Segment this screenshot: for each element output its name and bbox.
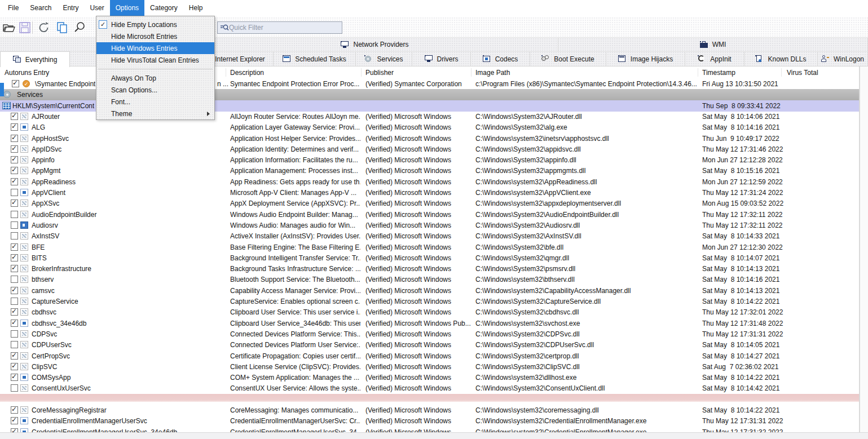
entry-checkbox[interactable]: ✓ [11, 135, 18, 142]
table-row-axinstsv[interactable]: AxInstSVActiveX Installer (AxInstSV): Pr… [0, 230, 859, 242]
entry-checkbox[interactable]: ✓ [11, 352, 18, 360]
menu-item-theme[interactable]: Theme [96, 108, 214, 119]
table-row-redacted[interactable] [0, 394, 859, 405]
menubar-item-entry[interactable]: Entry [57, 0, 84, 17]
table-row-clipsvc[interactable]: ✓ClipSVCClient License Service (ClipSVC)… [0, 361, 859, 373]
entry-checkbox[interactable] [11, 221, 18, 229]
table-row-coremessagingregistrar[interactable]: ✓CoreMessagingRegistrarCoreMessaging: Ma… [0, 405, 859, 416]
menubar-item-options[interactable]: Options [110, 0, 144, 17]
table-row-appmgmt[interactable]: ✓AppMgmtApplication Management: Processe… [0, 165, 859, 176]
entry-checkbox[interactable]: ✓ [11, 308, 18, 316]
entry-checkbox[interactable] [11, 384, 18, 392]
column-header-timestamp[interactable]: Timestamp [702, 69, 735, 77]
entry-checkbox[interactable]: ✓ [11, 123, 18, 131]
copy-button[interactable] [54, 20, 70, 36]
menu-item-scan-options[interactable]: Scan Options... [96, 84, 214, 96]
tab-scheduled-tasks[interactable]: Scheduled Tasks [274, 52, 356, 66]
tab-services[interactable]: Services [356, 52, 412, 66]
entry-checkbox[interactable]: ✓ [11, 363, 18, 370]
table-row-credentialenrollmentmanagerusersvc-34e46db[interactable]: ✓CredentialEnrollmentManagerUserSvc_34e4… [0, 427, 859, 432]
menu-item-font[interactable]: Font... [96, 96, 214, 108]
entry-checkbox[interactable]: ✓ [11, 428, 18, 432]
quick-filter-input[interactable] [229, 24, 342, 32]
entry-checkbox[interactable] [11, 189, 18, 196]
open-file-button[interactable] [1, 20, 17, 36]
column-header-autoruns-entry[interactable]: Autoruns Entry [5, 69, 49, 77]
entry-checkbox[interactable]: ✓ [11, 199, 18, 207]
menu-item-hide-windows-entries[interactable]: Hide Windows Entries [96, 42, 214, 54]
table-row-credentialenrollmentmanagerusersvc[interactable]: ✓CredentialEnrollmentManagerUserSvcCrede… [0, 415, 859, 427]
menubar-item-category[interactable]: Category [144, 0, 183, 17]
entry-checkbox[interactable]: ✓ [11, 254, 18, 261]
tab-boot-execute[interactable]: Boot Execute [530, 52, 606, 66]
menubar-item-search[interactable]: Search [24, 0, 57, 17]
entry-checkbox[interactable]: ✓ [11, 417, 18, 424]
menu-item-hide-microsoft-entries[interactable]: Hide Microsoft Entries [96, 30, 214, 42]
table-row-comsysapp[interactable]: ✓COMSysAppCOM+ System Application: Manag… [0, 372, 859, 383]
table-row-audioendpointbuilder[interactable]: AudioEndpointBuilderWindows Audio Endpoi… [0, 209, 859, 220]
entry-checkbox[interactable] [11, 341, 18, 348]
table-row-cbdhsvc[interactable]: ✓cbdhsvcClipboard User Service: This use… [0, 307, 859, 318]
tab-appinit[interactable]: AppInit [685, 52, 744, 66]
table-row-audiosrv[interactable]: AudiosrvWindows Audio: Manages audio for… [0, 220, 859, 231]
entry-checkbox[interactable] [11, 298, 18, 305]
menu-item-hide-virustotal-clean-entries[interactable]: Hide VirusTotal Clean Entries [96, 54, 214, 66]
table-row-certpropsvc[interactable]: ✓CertPropSvcCertificate Propagation: Cop… [0, 351, 859, 362]
save-button[interactable] [17, 20, 33, 36]
entry-checkbox[interactable]: ✓ [11, 156, 18, 163]
vertical-scrollbar[interactable] [860, 66, 868, 432]
table-row-consentuxusersvc[interactable]: ConsentUxUserSvcConsentUX User Service: … [0, 383, 859, 394]
tab-image-hijacks[interactable]: Image Hijacks [606, 52, 685, 66]
table-row-camsvc[interactable]: ✓camsvcCapability Access Manager Service… [0, 285, 859, 296]
horizontal-scrollbar[interactable] [0, 432, 868, 439]
table-row-bfe[interactable]: ✓BFEBase Filtering Engine: The Base Filt… [0, 242, 859, 253]
entry-checkbox[interactable]: ✓ [11, 265, 18, 272]
table-row-bits[interactable]: ✓BITSBackground Intelligent Transfer Ser… [0, 252, 859, 264]
entry-checkbox[interactable]: ✓ [11, 287, 18, 294]
tab-winlogon[interactable]: WinLogon [818, 52, 868, 66]
entry-checkbox[interactable]: ✓ [11, 320, 18, 327]
table-row-captureservice[interactable]: CaptureServiceCaptureService: Enables op… [0, 296, 859, 307]
table-row-appxsvc[interactable]: ✓AppXSvcAppX Deployment Service (AppXSVC… [0, 198, 859, 209]
menu-item-hide-empty-locations[interactable]: ✓Hide Empty Locations [96, 19, 214, 30]
table-row-bthserv[interactable]: bthservBluetooth Support Service: The Bl… [0, 274, 859, 285]
table-row-appvclient[interactable]: AppVClientMicrosoft App-V Client: Manage… [0, 187, 859, 198]
entry-checkbox[interactable]: ✓ [11, 167, 18, 174]
entry-checkbox[interactable] [11, 330, 18, 338]
tab-wmi[interactable]: WMI [558, 38, 868, 51]
entry-checkbox[interactable]: ✓ [11, 243, 18, 251]
menubar-item-file[interactable]: File [2, 0, 24, 17]
column-header-image-path[interactable]: Image Path [475, 69, 510, 77]
entry-checkbox[interactable]: ✓ [11, 145, 18, 153]
entry-checkbox[interactable] [11, 232, 18, 240]
entry-checkbox[interactable]: ✓ [11, 113, 18, 120]
table-row-appidsvc[interactable]: ✓AppIDSvcApplication Identity: Determine… [0, 144, 859, 155]
refresh-button[interactable] [36, 20, 52, 36]
entry-checkbox[interactable]: ✓ [11, 406, 18, 414]
find-button[interactable] [72, 20, 88, 36]
menubar-item-help[interactable]: Help [183, 0, 209, 17]
column-header-publisher[interactable]: Publisher [365, 69, 394, 77]
entry-checkbox[interactable]: ✓ [11, 374, 18, 381]
entry-checkbox[interactable]: ✓ [11, 178, 18, 185]
column-header-description[interactable]: Description [230, 69, 264, 77]
column-header-virus-total[interactable]: Virus Total [787, 69, 818, 77]
table-row-alg[interactable]: ✓ALGApplication Layer Gateway Service: P… [0, 122, 859, 133]
table-row-appreadiness[interactable]: ✓AppReadinessApp Readiness: Gets apps re… [0, 176, 859, 188]
table-row-brokerinfrastructure[interactable]: ✓BrokerInfrastructureBackground Tasks In… [0, 263, 859, 274]
tab-everything[interactable]: Everything [0, 51, 70, 67]
entry-checkbox[interactable]: ✓ [12, 80, 19, 87]
tab-network-providers[interactable]: Network Providers [192, 38, 558, 51]
entry-checkbox[interactable] [11, 276, 18, 283]
menubar-item-user[interactable]: User [84, 0, 109, 17]
tab-known-dlls[interactable]: Known DLLs [744, 52, 818, 66]
entry-checkbox[interactable] [11, 211, 18, 218]
tab-drivers[interactable]: Drivers [412, 52, 471, 66]
table-row-cdpusersvc[interactable]: CDPUserSvcConnected Devices Platform Use… [0, 339, 859, 351]
tab-codecs[interactable]: Codecs [471, 52, 530, 66]
table-row-apphostsvc[interactable]: ✓AppHostSvcApplication Host Helper Servi… [0, 133, 859, 144]
menu-item-always-on-top[interactable]: Always On Top [96, 72, 214, 84]
table-row-appinfo[interactable]: ✓AppinfoApplication Information: Facilit… [0, 154, 859, 166]
table-row-cdpsvc[interactable]: CDPSvcConnected Devices Platform Service… [0, 329, 859, 340]
table-row-cbdhsvc-34e46db[interactable]: ✓cbdhsvc_34e46dbClipboard User Service_3… [0, 318, 859, 329]
